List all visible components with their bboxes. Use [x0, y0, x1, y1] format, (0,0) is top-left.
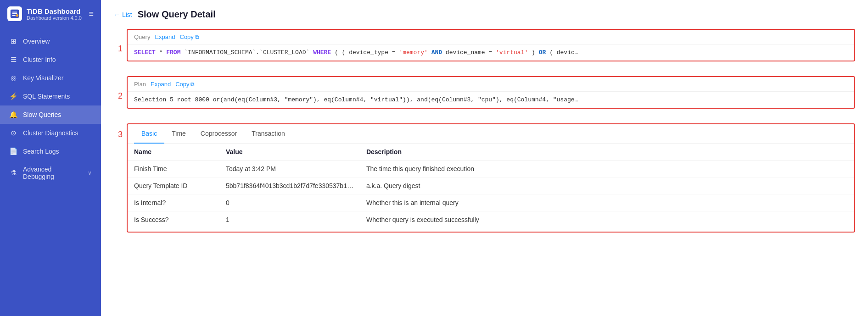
sidebar-item-label: Search Logs: [23, 148, 92, 155]
cell-name: Is Internal?: [128, 194, 219, 211]
table-container: Name Value Description Finish Time Today…: [128, 144, 854, 232]
sidebar-item-sql-statements[interactable]: ⚡ SQL Statements: [0, 87, 101, 105]
cell-value: Today at 3:42 PM: [219, 161, 360, 177]
copy-icon: ⧉: [195, 34, 199, 40]
sidebar-item-slow-queries[interactable]: 🔔 Slow Queries: [0, 105, 101, 124]
sidebar-item-label: Key Visualizer: [23, 74, 92, 82]
tab-basic[interactable]: Basic: [134, 124, 164, 144]
query-content: SELECT * FROM `INFORMATION_SCHEMA`.`CLUS…: [128, 44, 854, 61]
table-row: Query Template ID 5bb71f8364f4013b3cd1b2…: [128, 177, 854, 194]
sidebar-item-overview[interactable]: ⊞ Overview: [0, 32, 101, 50]
cell-value: 1: [219, 211, 360, 228]
plan-label: Plan: [134, 81, 146, 88]
sidebar-item-label: Slow Queries: [23, 111, 92, 118]
cell-name: Is Success?: [128, 211, 219, 228]
page-title: Slow Query Detail: [138, 9, 216, 20]
plan-expand-button[interactable]: Expand: [151, 81, 171, 88]
table-row: Is Internal? 0 Whether this is an intern…: [128, 194, 854, 211]
copy-icon: ⧉: [190, 81, 195, 88]
sidebar-item-search-logs[interactable]: 📄 Search Logs: [0, 142, 101, 161]
query-box: Query Expand Copy ⧉ SELECT * FROM `INFOR…: [127, 29, 855, 61]
sidebar-item-advanced-debugging[interactable]: ⚗ Advanced Debugging ∨: [0, 161, 101, 185]
sidebar-item-label: SQL Statements: [23, 93, 92, 100]
cell-description: The time this query finished execution: [360, 161, 854, 177]
query-expand-button[interactable]: Expand: [155, 33, 175, 40]
query-copy-button[interactable]: Copy ⧉: [180, 33, 199, 40]
tab-coprocessor[interactable]: Coprocessor: [193, 124, 244, 144]
cell-value: 0: [219, 194, 360, 211]
search-logs-icon: 📄: [9, 147, 17, 155]
cell-description: Whether this is an internal query: [360, 194, 854, 211]
cell-value: 5bb71f8364f4013b3cd1b2f7d7fe330537b1…: [219, 177, 360, 194]
sidebar: TiDB Dashboard Dashboard version 4.0.0 ≡…: [0, 0, 101, 316]
cell-description: a.k.a. Query digest: [360, 177, 854, 194]
sidebar-item-label: Advanced Debugging: [23, 166, 82, 180]
plan-box-header: Plan Expand Copy ⧉: [128, 77, 854, 92]
app-version: Dashboard version 4.0.0: [27, 15, 82, 21]
sql-statements-icon: ⚡: [9, 92, 17, 100]
table-row: Is Success? 1 Whether query is executed …: [128, 211, 854, 228]
sidebar-item-cluster-diagnostics[interactable]: ⊙ Cluster Diagnostics: [0, 124, 101, 142]
detail-table: Name Value Description Finish Time Today…: [128, 144, 854, 228]
sidebar-nav: ⊞ Overview ☰ Cluster Info ◎ Key Visualiz…: [0, 28, 101, 316]
col-header-description: Description: [360, 144, 854, 161]
sidebar-header: TiDB Dashboard Dashboard version 4.0.0 ≡: [0, 0, 101, 28]
detail-section: Basic Time Coprocessor Transaction Name …: [127, 123, 855, 233]
table-row: Finish Time Today at 3:42 PM The time th…: [128, 161, 854, 177]
plan-copy-button[interactable]: Copy ⧉: [175, 81, 195, 88]
cell-description: Whether query is executed successfully: [360, 211, 854, 228]
col-header-name: Name: [128, 144, 219, 161]
cluster-diagnostics-icon: ⊙: [9, 129, 17, 137]
logo-area: TiDB Dashboard Dashboard version 4.0.0: [7, 6, 82, 21]
cell-name: Query Template ID: [128, 177, 219, 194]
slow-queries-icon: 🔔: [9, 111, 17, 119]
sidebar-item-key-visualizer[interactable]: ◎ Key Visualizer: [0, 69, 101, 87]
query-box-header: Query Expand Copy ⧉: [128, 30, 854, 44]
tab-time[interactable]: Time: [164, 124, 193, 144]
sidebar-item-label: Overview: [23, 38, 92, 45]
cluster-info-icon: ☰: [9, 55, 17, 64]
query-label: Query: [134, 33, 150, 40]
advanced-debugging-icon: ⚗: [9, 169, 17, 177]
tab-transaction[interactable]: Transaction: [244, 124, 292, 144]
section-number-1: 1: [118, 44, 123, 54]
back-link[interactable]: ← List: [114, 11, 132, 18]
section-number-2: 2: [118, 91, 123, 101]
menu-icon[interactable]: ≡: [89, 9, 94, 19]
chevron-down-icon: ∨: [88, 170, 92, 176]
col-header-value: Value: [219, 144, 360, 161]
app-name: TiDB Dashboard: [27, 7, 82, 15]
sidebar-item-cluster-info[interactable]: ☰ Cluster Info: [0, 50, 101, 69]
app-title-area: TiDB Dashboard Dashboard version 4.0.0: [27, 7, 82, 21]
overview-icon: ⊞: [9, 37, 17, 45]
app-logo: [7, 6, 22, 21]
plan-content: Selection_5 root 8000 or(and(eq(Column#3…: [128, 92, 854, 108]
main-content: ← List Slow Query Detail 1 Query Expand …: [101, 0, 868, 316]
page-header: ← List Slow Query Detail: [114, 9, 855, 20]
tabs-header: Basic Time Coprocessor Transaction: [128, 124, 854, 144]
plan-box: Plan Expand Copy ⧉ Selection_5 root 8000…: [127, 76, 855, 109]
sidebar-item-label: Cluster Info: [23, 56, 92, 63]
key-visualizer-icon: ◎: [9, 74, 17, 82]
section-number-3: 3: [118, 130, 123, 139]
sidebar-item-label: Cluster Diagnostics: [23, 129, 92, 137]
cell-name: Finish Time: [128, 161, 219, 177]
svg-point-1: [16, 14, 19, 17]
